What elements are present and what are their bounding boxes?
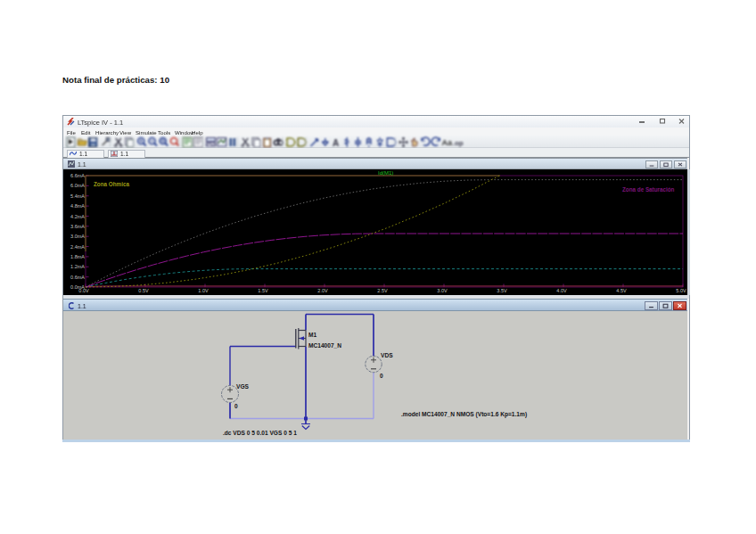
svg-text:3.5V: 3.5V xyxy=(497,288,507,293)
svg-text:3.0mA: 3.0mA xyxy=(70,234,85,239)
svg-text:1.0V: 1.0V xyxy=(198,288,209,293)
svg-text:VGS: VGS xyxy=(236,383,250,390)
svg-text:4.8mA: 4.8mA xyxy=(70,203,85,209)
svg-text:6.0mA: 6.0mA xyxy=(70,183,85,188)
svg-text:1.5V: 1.5V xyxy=(258,288,268,293)
svg-text:.op: .op xyxy=(453,139,464,147)
svg-text:MC14007_N: MC14007_N xyxy=(308,342,341,349)
svg-text:0: 0 xyxy=(380,373,383,379)
svg-text:2.5V: 2.5V xyxy=(377,288,388,293)
svg-text:.dc VDS 0 5 0.01 VGS 0 5 1: .dc VDS 0 5 0.01 VGS 0 5 1 xyxy=(223,430,297,436)
svg-text:VDS: VDS xyxy=(381,352,393,358)
svg-text:A: A xyxy=(333,138,339,148)
svg-text:2.4mA: 2.4mA xyxy=(70,244,85,250)
svg-text:.model MC14007_N NMOS (Vto=1.6: .model MC14007_N NMOS (Vto=1.6 Kp=1.1m) xyxy=(401,411,527,418)
svg-text:4.2mA: 4.2mA xyxy=(70,214,85,219)
svg-text:Zona Ohmica: Zona Ohmica xyxy=(94,181,129,187)
svg-text:0.0V: 0.0V xyxy=(78,288,89,293)
svg-text:5.4mA: 5.4mA xyxy=(70,193,85,199)
svg-text:Aa: Aa xyxy=(442,138,453,147)
svg-text:M1: M1 xyxy=(308,332,316,338)
svg-text:4.5V: 4.5V xyxy=(616,288,627,293)
svg-text:4.0V: 4.0V xyxy=(556,288,567,293)
svg-text:0.5V: 0.5V xyxy=(138,288,149,293)
svg-text:3.0V: 3.0V xyxy=(437,288,448,293)
svg-text:3.6mA: 3.6mA xyxy=(70,224,85,229)
svg-text:Zona de Saturación: Zona de Saturación xyxy=(622,186,675,193)
svg-text:1.8mA: 1.8mA xyxy=(70,254,85,259)
svg-text:0.6mA: 0.6mA xyxy=(70,275,85,280)
svg-text:6.6mA: 6.6mA xyxy=(70,173,85,178)
svg-text:Id(M1): Id(M1) xyxy=(378,170,393,176)
svg-text:2.0V: 2.0V xyxy=(317,288,328,293)
svg-text:5.0V: 5.0V xyxy=(676,288,686,293)
svg-text:0: 0 xyxy=(234,403,238,409)
svg-text:1.2mA: 1.2mA xyxy=(70,264,85,269)
